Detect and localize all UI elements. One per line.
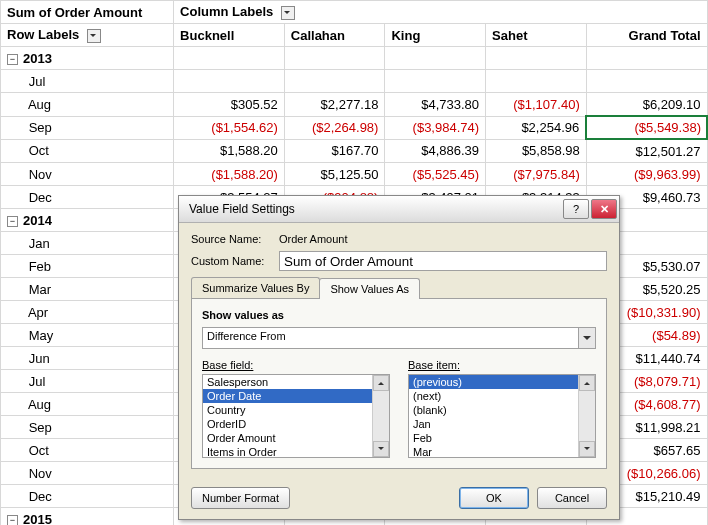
list-item[interactable]: Country	[203, 403, 389, 417]
list-item[interactable]: Order Amount	[203, 431, 389, 445]
value-cell[interactable]: $2,277.18	[284, 93, 385, 117]
month-row[interactable]: Jun	[1, 347, 174, 370]
scroll-up-icon[interactable]	[373, 375, 389, 391]
number-format-button[interactable]: Number Format	[191, 487, 290, 509]
scrollbar[interactable]	[372, 375, 389, 457]
base-field-label: Base field:	[202, 359, 390, 371]
cell	[486, 47, 587, 70]
column-filter-icon[interactable]	[281, 6, 295, 20]
value-cell[interactable]: $1,588.20	[174, 139, 285, 163]
list-item[interactable]: (previous)	[409, 375, 595, 389]
column-header[interactable]: Bucknell	[174, 24, 285, 47]
value-cell[interactable]: $167.70	[284, 139, 385, 163]
month-row[interactable]: Jul	[1, 70, 174, 93]
month-row[interactable]: Oct	[1, 139, 174, 163]
month-row[interactable]: Oct	[1, 439, 174, 462]
custom-name-label: Custom Name:	[191, 255, 279, 267]
value-cell[interactable]: ($1,554.62)	[174, 116, 285, 139]
source-name-label: Source Name:	[191, 233, 279, 245]
value-cell[interactable]: ($7,975.84)	[486, 163, 587, 186]
month-row[interactable]: May	[1, 324, 174, 347]
ok-button[interactable]: OK	[459, 487, 529, 509]
month-row[interactable]: Sep	[1, 416, 174, 439]
custom-name-input[interactable]	[279, 251, 607, 271]
month-row[interactable]: Mar	[1, 278, 174, 301]
base-field-listbox[interactable]: SalespersonOrder DateCountryOrderIDOrder…	[202, 374, 390, 458]
row-filter-icon[interactable]	[87, 29, 101, 43]
source-name-value: Order Amount	[279, 233, 347, 245]
help-button[interactable]: ?	[563, 199, 589, 219]
value-cell[interactable]: ($5,549.38)	[586, 116, 707, 139]
column-header[interactable]: Callahan	[284, 24, 385, 47]
value-cell[interactable]: $5,125.50	[284, 163, 385, 186]
collapse-icon[interactable]: −	[7, 54, 18, 65]
scrollbar[interactable]	[578, 375, 595, 457]
value-cell[interactable]	[486, 70, 587, 93]
year-group[interactable]: −2014	[1, 209, 174, 232]
chevron-down-icon[interactable]	[578, 328, 595, 348]
month-row[interactable]: Feb	[1, 255, 174, 278]
list-item[interactable]: Items in Order	[203, 445, 389, 458]
collapse-icon[interactable]: −	[7, 515, 18, 525]
column-labels-header[interactable]: Column Labels	[174, 1, 707, 24]
value-cell[interactable]: $2,254.96	[486, 116, 587, 139]
year-group[interactable]: −2013	[1, 47, 174, 70]
show-values-as-combo[interactable]: Difference From	[202, 327, 596, 349]
value-cell[interactable]: $12,501.27	[586, 139, 707, 163]
collapse-icon[interactable]: −	[7, 216, 18, 227]
close-button[interactable]: ✕	[591, 199, 617, 219]
month-row[interactable]: Sep	[1, 116, 174, 139]
list-item[interactable]: Salesperson	[203, 375, 389, 389]
month-row[interactable]: Jul	[1, 370, 174, 393]
value-cell[interactable]	[385, 70, 486, 93]
show-values-as-header: Show values as	[202, 309, 596, 321]
value-cell[interactable]	[586, 70, 707, 93]
list-item[interactable]: Order Date	[203, 389, 389, 403]
cell	[586, 47, 707, 70]
tab-summarize-values-by[interactable]: Summarize Values By	[191, 277, 320, 298]
tab-show-values-as[interactable]: Show Values As	[319, 278, 420, 299]
value-cell[interactable]: ($1,588.20)	[174, 163, 285, 186]
month-row[interactable]: Apr	[1, 301, 174, 324]
column-header[interactable]: Grand Total	[586, 24, 707, 47]
value-cell[interactable]: $5,858.98	[486, 139, 587, 163]
list-item[interactable]: OrderID	[203, 417, 389, 431]
month-row[interactable]: Nov	[1, 163, 174, 186]
value-cell[interactable]: ($2,264.98)	[284, 116, 385, 139]
scroll-down-icon[interactable]	[579, 441, 595, 457]
list-item[interactable]: (blank)	[409, 403, 595, 417]
scroll-up-icon[interactable]	[579, 375, 595, 391]
value-field-settings-dialog: Value Field Settings ? ✕ Source Name: Or…	[178, 195, 620, 520]
value-cell[interactable]: ($5,525.45)	[385, 163, 486, 186]
cancel-button[interactable]: Cancel	[537, 487, 607, 509]
value-cell[interactable]: $305.52	[174, 93, 285, 117]
dialog-titlebar[interactable]: Value Field Settings ? ✕	[179, 196, 619, 223]
value-cell[interactable]: ($9,963.99)	[586, 163, 707, 186]
base-item-label: Base item:	[408, 359, 596, 371]
value-cell[interactable]: $6,209.10	[586, 93, 707, 117]
cell	[174, 47, 285, 70]
base-item-listbox[interactable]: (previous)(next)(blank)JanFebMar	[408, 374, 596, 458]
month-row[interactable]: Aug	[1, 393, 174, 416]
column-header[interactable]: King	[385, 24, 486, 47]
value-cell[interactable]: $4,886.39	[385, 139, 486, 163]
list-item[interactable]: Mar	[409, 445, 595, 458]
value-cell[interactable]	[174, 70, 285, 93]
list-item[interactable]: (next)	[409, 389, 595, 403]
list-item[interactable]: Jan	[409, 417, 595, 431]
month-row[interactable]: Jan	[1, 232, 174, 255]
month-row[interactable]: Dec	[1, 186, 174, 209]
list-item[interactable]: Feb	[409, 431, 595, 445]
month-row[interactable]: Aug	[1, 93, 174, 117]
column-header[interactable]: Sahet	[486, 24, 587, 47]
value-cell[interactable]	[284, 70, 385, 93]
value-cell[interactable]: ($1,107.40)	[486, 93, 587, 117]
combo-value: Difference From	[203, 328, 578, 348]
value-cell[interactable]: $4,733.80	[385, 93, 486, 117]
scroll-down-icon[interactable]	[373, 441, 389, 457]
row-labels-header[interactable]: Row Labels	[1, 24, 174, 47]
month-row[interactable]: Nov	[1, 462, 174, 485]
value-cell[interactable]: ($3,984.74)	[385, 116, 486, 139]
month-row[interactable]: Dec	[1, 485, 174, 508]
year-group[interactable]: −2015	[1, 508, 174, 526]
